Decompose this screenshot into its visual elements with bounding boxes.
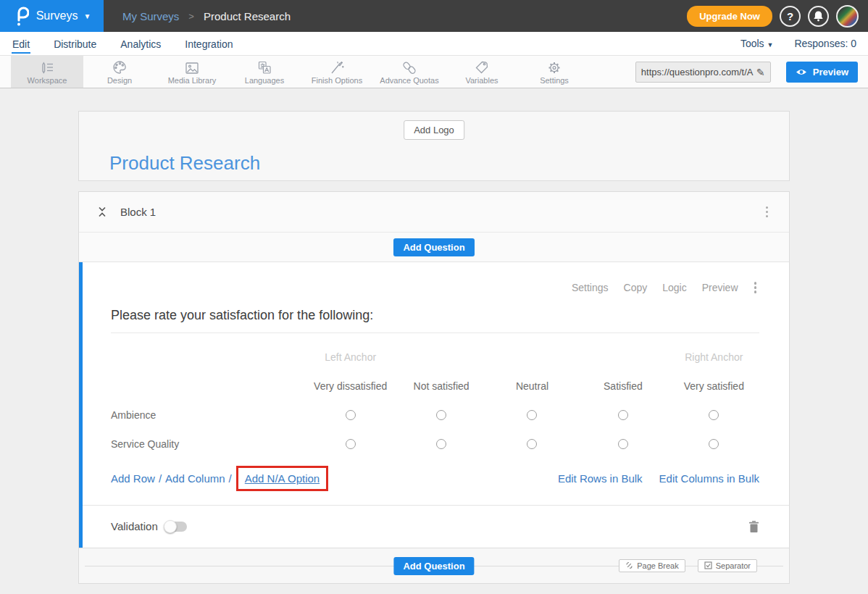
add-links-group: Add Row / Add Column / Add N/A Option: [111, 466, 328, 491]
link-separator: /: [229, 472, 232, 485]
matrix-cell: [396, 430, 486, 459]
matrix-links-row: Add Row / Add Column / Add N/A Option Ed…: [111, 463, 759, 495]
tab-distribute[interactable]: Distribute: [53, 34, 97, 54]
radio-option[interactable]: [618, 410, 628, 420]
breadcrumb-current-survey: Product Research: [204, 10, 291, 22]
editor-canvas: Add Logo Product Research Block 1 Add Qu…: [0, 88, 868, 584]
question-menu-button[interactable]: [751, 279, 760, 296]
question-settings-link[interactable]: Settings: [572, 282, 609, 293]
matrix-cell-empty: [487, 343, 577, 372]
highlight-annotation-box: Add N/A Option: [236, 466, 328, 491]
matrix-cell: [669, 430, 759, 459]
upgrade-now-button[interactable]: Upgrade Now: [687, 6, 772, 27]
survey-nav: Edit Distribute Analytics Integration To…: [0, 32, 868, 56]
toolbar-label: Settings: [540, 76, 569, 85]
add-column-link[interactable]: Add Column: [165, 472, 225, 485]
matrix-cell: [487, 430, 577, 459]
radio-option[interactable]: [346, 410, 356, 420]
add-question-button-top[interactable]: Add Question: [393, 238, 474, 256]
palette-icon: [112, 59, 128, 75]
question-text[interactable]: Please rate your satisfaction for the fo…: [111, 308, 759, 323]
left-anchor-field[interactable]: Left Anchor: [305, 343, 396, 372]
block-title[interactable]: Block 1: [120, 206, 156, 218]
separator-button[interactable]: Separator: [698, 559, 757, 572]
add-row-link[interactable]: Add Row: [111, 472, 155, 485]
matrix-cell-empty: [577, 343, 668, 372]
preview-button[interactable]: Preview: [786, 62, 858, 83]
product-switcher[interactable]: Surveys ▼: [0, 0, 104, 32]
add-logo-button[interactable]: Add Logo: [404, 120, 464, 140]
add-na-option-link[interactable]: Add N/A Option: [245, 472, 320, 485]
right-anchor-field[interactable]: Right Anchor: [669, 343, 759, 372]
block-menu-button[interactable]: [763, 204, 772, 221]
row-label[interactable]: Ambience: [111, 401, 305, 430]
survey-url-value: https://questionpro.com/t/A: [641, 67, 756, 78]
radio-option[interactable]: [618, 439, 628, 449]
toolbar-item-advance-quotas[interactable]: Advance Quotas: [373, 56, 446, 88]
toolbar-item-languages[interactable]: Languages: [228, 56, 301, 88]
questionpro-logo-icon: [13, 6, 29, 26]
footer-buttons: Page Break Separator: [619, 559, 757, 572]
user-avatar[interactable]: [836, 5, 859, 28]
radio-option[interactable]: [346, 439, 356, 449]
editor-toolbar: Workspace Design Media Library: [0, 56, 868, 88]
matrix-cell: [669, 401, 759, 430]
toolbar-item-media-library[interactable]: Media Library: [156, 56, 228, 88]
edit-url-icon[interactable]: ✎: [756, 67, 765, 78]
validation-label: Validation: [111, 520, 158, 532]
toolbar-item-variables[interactable]: Variables: [446, 56, 518, 88]
column-header[interactable]: Very dissatisfied: [305, 372, 396, 401]
collapse-block-icon[interactable]: [97, 206, 107, 218]
radio-option[interactable]: [709, 410, 719, 420]
radio-option[interactable]: [436, 410, 446, 420]
tab-integration[interactable]: Integration: [184, 34, 233, 54]
survey-title[interactable]: Product Research: [109, 152, 260, 175]
toolbar-item-finish-options[interactable]: Finish Options: [301, 56, 373, 88]
toolbar-item-design[interactable]: Design: [83, 56, 156, 88]
toolbar-item-settings[interactable]: Settings: [518, 56, 591, 88]
column-header[interactable]: Satisfied: [577, 372, 668, 401]
nav-right: Tools ▼ Responses: 0: [740, 38, 856, 49]
matrix-cell-empty: [111, 372, 305, 401]
edit-rows-bulk-link[interactable]: Edit Rows in Bulk: [558, 472, 643, 485]
add-question-button-bottom[interactable]: Add Question: [393, 557, 474, 575]
toggle-knob: [164, 520, 177, 533]
radio-option[interactable]: [436, 439, 446, 449]
delete-question-button[interactable]: [748, 520, 759, 533]
edit-columns-bulk-link[interactable]: Edit Columns in Bulk: [659, 472, 759, 485]
question-logic-link[interactable]: Logic: [662, 282, 686, 293]
radio-option[interactable]: [527, 410, 537, 420]
topbar-actions: Upgrade Now ?: [687, 5, 868, 28]
product-name: Surveys: [36, 9, 78, 22]
row-label[interactable]: Service Quality: [111, 430, 305, 459]
matrix-cell-empty: [111, 343, 305, 372]
question-copy-link[interactable]: Copy: [624, 282, 648, 293]
workspace-icon: [38, 59, 56, 75]
column-header[interactable]: Neutral: [487, 372, 577, 401]
help-button[interactable]: ?: [780, 6, 801, 27]
breadcrumb-my-surveys[interactable]: My Surveys: [122, 10, 179, 22]
column-header[interactable]: Very satisfied: [669, 372, 759, 401]
trash-icon: [748, 520, 759, 533]
tab-analytics[interactable]: Analytics: [120, 34, 162, 54]
toolbar-label: Finish Options: [312, 76, 362, 85]
toolbar-right: https://questionpro.com/t/A ✎ Preview: [635, 62, 858, 83]
tag-icon: [474, 59, 490, 75]
matrix-cell: [487, 401, 577, 430]
tab-edit[interactable]: Edit: [12, 34, 30, 54]
wand-icon: [329, 59, 345, 75]
column-header[interactable]: Not satisfied: [396, 372, 486, 401]
question-preview-link[interactable]: Preview: [702, 282, 738, 293]
notifications-button[interactable]: [808, 6, 829, 27]
question-mark-icon: ?: [787, 10, 793, 22]
question-card: Settings Copy Logic Preview Please rate …: [79, 262, 789, 548]
tools-dropdown[interactable]: Tools ▼: [740, 38, 774, 49]
radio-option[interactable]: [709, 439, 719, 449]
survey-url-field[interactable]: https://questionpro.com/t/A ✎: [635, 62, 771, 83]
validation-toggle[interactable]: [165, 522, 187, 532]
radio-option[interactable]: [527, 439, 537, 449]
toolbar-item-workspace[interactable]: Workspace: [11, 56, 83, 88]
breadcrumb-separator: >: [188, 11, 194, 22]
translate-icon: [256, 59, 272, 75]
page-break-button[interactable]: Page Break: [619, 559, 685, 572]
